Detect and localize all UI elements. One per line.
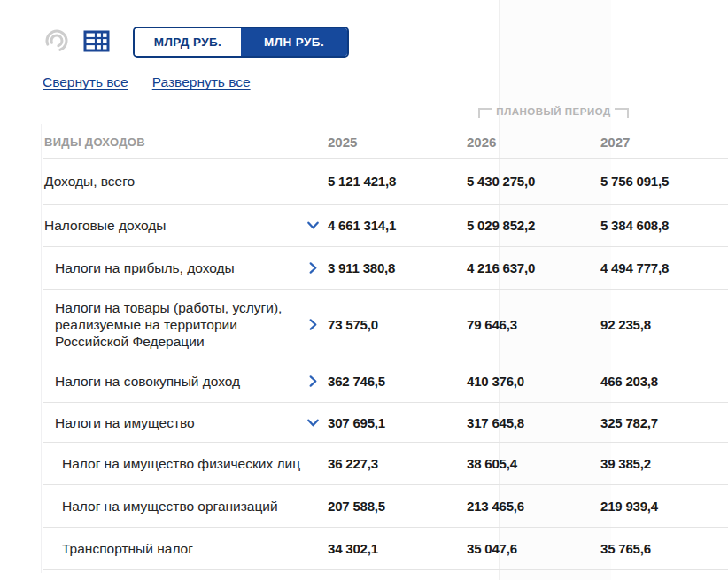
row-value: 5 756 091,5 [595,174,728,189]
row-label: Налог на имущество организаций [43,498,303,514]
row-expand-chevron [303,163,322,199]
donut-chart-icon [43,27,71,58]
row-value: 38 605,4 [461,456,595,471]
row-value: 362 746,5 [322,374,461,389]
row-value: 317 645,8 [461,415,595,430]
row-value: 5 029 852,2 [461,218,595,233]
row-value: 92 235,8 [595,317,728,332]
unit-option-mlrd[interactable]: МЛРД РУБ. [135,28,241,56]
table-row[interactable]: Налоги на имущество 307 695,1 317 645,8 … [43,403,728,443]
table-left-edge [41,124,42,573]
row-value: 5 430 275,0 [461,174,595,189]
row-expand-chevron [303,532,322,565]
table-row: Доходы, всего 5 121 421,8 5 430 275,0 5 … [43,159,728,205]
row-label: Доходы, всего [43,173,303,189]
unit-toggle: МЛРД РУБ. МЛН РУБ. [133,27,349,58]
unit-option-mln[interactable]: МЛН РУБ. [241,28,347,56]
row-value: 325 782,7 [595,415,728,430]
year-header-2027: 2027 [595,135,728,150]
row-expand-chevron[interactable] [303,294,322,355]
row-value: 39 385,2 [595,456,728,471]
year-header-2025: 2025 [322,135,461,150]
row-label: Транспортный налог [43,540,303,557]
bracket-right [615,108,629,118]
view-controls: МЛРД РУБ. МЛН РУБ. [43,27,349,58]
row-label: Налоги на совокупный доход [43,373,303,390]
bracket-left [478,108,492,118]
table-grid-icon [83,29,110,56]
chevron-down-icon [306,416,320,429]
row-expand-chevron[interactable] [303,251,322,284]
row-expand-chevron[interactable] [303,407,322,437]
table-view-button[interactable] [83,29,110,56]
table-row: Налог на имущество организаций 207 588,5… [43,485,728,528]
row-label: Налоги на прибыль, доходы [43,259,303,276]
row-label: Налоговые доходы [43,217,303,234]
row-expand-chevron[interactable] [303,209,322,242]
table-row[interactable]: Налоговые доходы 4 661 314,1 5 029 852,2… [43,205,728,247]
row-value: 207 588,5 [322,499,461,514]
chevron-right-icon [306,261,320,275]
row-expand-chevron [303,447,322,480]
row-label: Налоги на имущество [43,414,303,431]
collapse-all-link[interactable]: Свернуть все [43,74,128,90]
row-value: 79 646,3 [461,317,595,332]
chevron-down-icon [306,219,320,232]
income-table: Доходы, всего 5 121 421,8 5 430 275,0 5 … [43,158,728,570]
row-value: 36 227,3 [322,456,461,471]
table-row[interactable]: Налоги на товары (работы, услуги), реали… [43,290,728,360]
expand-all-link[interactable]: Развернуть все [152,74,251,90]
row-value: 213 465,6 [461,499,595,514]
chevron-right-icon [306,375,320,388]
chart-view-button[interactable] [43,27,71,58]
chevron-right-icon [306,318,320,331]
table-row[interactable]: Налоги на прибыль, доходы 3 911 380,8 4 … [43,247,728,290]
income-types-header: ВИДЫ ДОХОДОВ [43,135,303,149]
row-value: 5 384 608,8 [595,218,728,233]
table-header: ВИДЫ ДОХОДОВ 2025 2026 2027 [43,127,728,158]
row-value: 73 575,0 [322,317,461,332]
year-header-2026: 2026 [461,135,595,150]
row-value: 35 047,6 [461,541,595,556]
table-row: Налог на имущество физических лиц 36 227… [43,443,728,485]
row-value: 219 939,4 [595,499,728,514]
row-value: 3 911 380,8 [322,260,461,275]
planned-period-label: ПЛАНОВЫЙ ПЕРИОД [492,106,614,117]
row-label: Налог на имущество физических лиц [43,455,303,472]
row-value: 307 695,1 [322,415,461,430]
row-value: 5 121 421,8 [322,174,461,189]
row-value: 4 661 314,1 [322,218,461,233]
row-value: 410 376,0 [461,374,595,389]
row-expand-chevron [303,490,322,522]
row-value: 466 203,8 [595,374,728,389]
planned-period: ПЛАНОВЫЙ ПЕРИОД [478,106,629,118]
row-value: 35 765,6 [595,541,728,556]
row-expand-chevron[interactable] [303,365,322,398]
tree-links: Свернуть все Развернуть все [43,74,251,90]
row-value: 4 216 637,0 [461,260,595,275]
row-value: 4 494 777,8 [595,260,728,275]
row-label: Налоги на товары (работы, услуги), реали… [43,299,303,350]
table-row[interactable]: Налоги на совокупный доход 362 746,5 410… [43,360,728,403]
table-row: Транспортный налог 34 302,1 35 047,6 35 … [43,528,728,570]
row-value: 34 302,1 [322,541,461,556]
